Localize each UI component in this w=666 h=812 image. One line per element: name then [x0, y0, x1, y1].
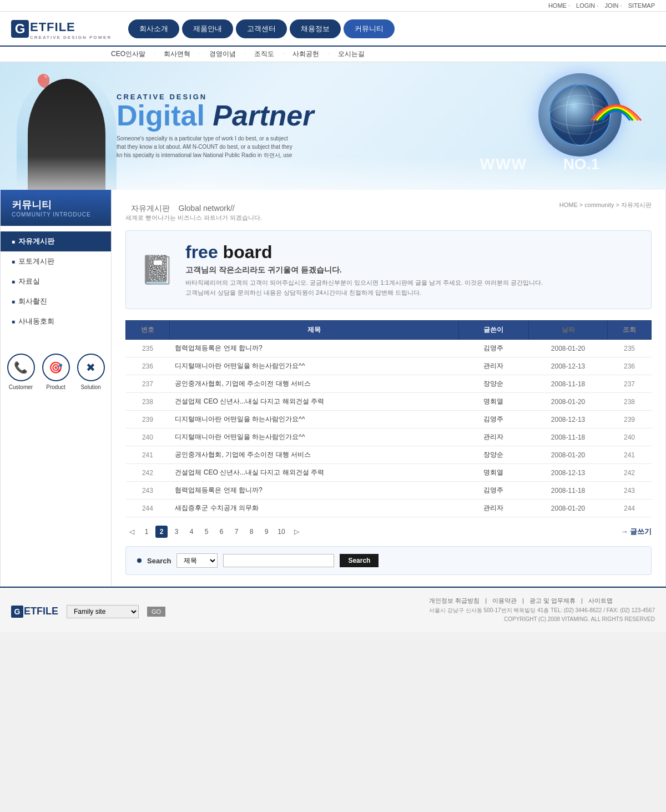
- table-row[interactable]: 244 새집증후군 수치공개 의무화 관리자 2008-01-20 244: [126, 500, 652, 517]
- sidebar-item-label: 포토게시판: [18, 256, 54, 266]
- cell-title[interactable]: 디지털매니아란 어떤일을 하는사람인가요^^: [169, 428, 458, 446]
- sidebar-title: 커뮤니티 COMMUNITY INTRODUCE: [1, 190, 111, 226]
- sidebar-item-library[interactable]: ■ 자료실: [1, 271, 111, 291]
- hero-desc: Someone's specialty is a particular type…: [117, 134, 294, 159]
- cell-num: 243: [126, 482, 170, 500]
- sidebar-item-photoboard[interactable]: ■ 포토게시판: [1, 251, 111, 271]
- customer-label: Customer: [6, 384, 36, 390]
- page-4[interactable]: 4: [185, 526, 198, 538]
- bullet-icon: ■: [12, 239, 15, 245]
- prev-page[interactable]: ◁: [125, 526, 138, 538]
- cell-title[interactable]: 공인중개사협회, 기업에 주소이전 대행 서비스: [169, 375, 458, 393]
- footer-address: 서울시 강남구 신사동 500-17번지 백옥빌딩 41층 TEL: (02) …: [429, 606, 655, 615]
- logo-g: G: [11, 20, 29, 38]
- footer-link-sitemap[interactable]: 사이트맵: [588, 596, 613, 606]
- cell-num: 236: [126, 357, 170, 375]
- table-row[interactable]: 236 디지털매니아란 어떤일을 하는사람인가요^^ 관리자 2008-12-1…: [126, 357, 652, 375]
- nav-item-product[interactable]: 제품안내: [182, 19, 233, 38]
- page-10[interactable]: 10: [275, 526, 287, 538]
- hero-title-bold: Partner: [213, 99, 314, 132]
- cell-title[interactable]: 협력업체등록은 언제 합니까?: [169, 482, 458, 500]
- sidebar-item-company-photo[interactable]: ■ 회사촬진: [1, 291, 111, 311]
- cell-title[interactable]: 공인중개사협회, 기업에 주소이전 대행 서비스: [169, 446, 458, 464]
- page-6[interactable]: 6: [215, 526, 228, 538]
- subnav-ceo[interactable]: CEO인사말: [111, 49, 145, 59]
- nav-join[interactable]: JOIN: [604, 2, 618, 9]
- subnav-location[interactable]: 오시는길: [338, 49, 365, 59]
- cell-title[interactable]: 건설업체 CEO 신년사...내실 다지고 해외건설 주력: [169, 464, 458, 482]
- nav-item-customer[interactable]: 고객센터: [236, 19, 287, 38]
- nav-item-recruit[interactable]: 채용정보: [290, 19, 341, 38]
- page-5[interactable]: 5: [200, 526, 213, 538]
- cell-title[interactable]: 협력업체등록은 언제 합니까?: [169, 340, 458, 357]
- table-row[interactable]: 243 협력업체등록은 언제 합니까? 김영주 2008-11-18 243: [126, 482, 652, 500]
- write-button[interactable]: → 글쓰기: [620, 527, 652, 537]
- cell-title[interactable]: 건설업체 CEO 신년사...내실 다지고 해외건설 주력: [169, 393, 458, 411]
- page-title-area: 자유게시판 Global network// 세계로 뻗어나가는 비즈니스 파트…: [125, 201, 262, 222]
- main-nav: 회사소개 제품안내 고객센터 채용정보 커뮤니티: [128, 19, 655, 38]
- page-9[interactable]: 9: [260, 526, 273, 538]
- next-page[interactable]: ▷: [290, 526, 302, 538]
- th-views: 조회: [608, 321, 652, 340]
- family-site-select[interactable]: Family site: [67, 605, 139, 618]
- breadcrumb: HOME > community > 자유게시판: [559, 201, 652, 209]
- cell-date: 2008-11-18: [529, 482, 608, 500]
- nav-item-community[interactable]: 커뮤니티: [344, 19, 395, 38]
- subnav-social[interactable]: 사회공헌: [292, 49, 319, 59]
- cell-title[interactable]: 디지털매니아란 어떤일을 하는사람인가요^^: [169, 411, 458, 428]
- solution-icon-btn[interactable]: ✖ Solution: [76, 354, 105, 390]
- cell-date: 2008-12-13: [529, 357, 608, 375]
- table-row[interactable]: 235 협력업체등록은 언제 합니까? 김영주 2008-01-20 235: [126, 340, 652, 357]
- search-button[interactable]: Search: [340, 554, 379, 567]
- hero-content: CREATIVE DESIGN Digital Partner Someone'…: [117, 93, 314, 159]
- product-icon-btn[interactable]: 🎯 Product: [41, 354, 70, 390]
- cell-title[interactable]: 새집증후군 수치공개 의무화: [169, 500, 458, 517]
- table-row[interactable]: 238 건설업체 CEO 신년사...내실 다지고 해외건설 주력 명회열 20…: [126, 393, 652, 411]
- footer-link-terms[interactable]: 이용약관: [492, 596, 517, 606]
- hero-title-normal: Digital: [117, 99, 213, 132]
- subnav-org[interactable]: 조직도: [254, 49, 274, 59]
- cell-views: 244: [608, 500, 652, 517]
- cell-title[interactable]: 디지털매니아란 어떤일을 하는사람인가요^^: [169, 357, 458, 375]
- table-row[interactable]: 240 디지털매니아란 어떤일을 하는사람인가요^^ 관리자 2008-11-1…: [126, 428, 652, 446]
- footer-left: G ETFILE Family site GO: [11, 605, 165, 618]
- footer-info: 개인정보 취급방침 | 이용약관 | 광고 및 업무제휴 | 사이트맵 서울시 …: [429, 596, 655, 624]
- page-title: 자유게시판 Global network//: [125, 201, 262, 214]
- table-row[interactable]: 242 건설업체 CEO 신년사...내실 다지고 해외건설 주력 명회열 20…: [126, 464, 652, 482]
- table-row[interactable]: 237 공인중개사협회, 기업에 주소이전 대행 서비스 장양순 2008-11…: [126, 375, 652, 393]
- page-2[interactable]: 2: [155, 526, 168, 538]
- sidebar-item-label: 사내동호회: [18, 316, 54, 326]
- nav-login[interactable]: LOGIN: [576, 2, 595, 9]
- nav-item-company[interactable]: 회사소개: [128, 19, 179, 38]
- sidebar-item-club[interactable]: ■ 사내동호회: [1, 311, 111, 331]
- page-3[interactable]: 3: [170, 526, 183, 538]
- logo: G ETFILE CREATIVE DESIGN POWER: [11, 17, 112, 40]
- top-nav: HOME · LOGIN · JOIN · SITEMAP: [0, 0, 666, 12]
- bullet-icon: ■: [12, 259, 15, 265]
- go-button[interactable]: GO: [147, 607, 165, 617]
- footer-link-privacy[interactable]: 개인정보 취급방침: [429, 596, 480, 606]
- cell-author: 장양순: [458, 375, 528, 393]
- nav-sitemap[interactable]: SITEMAP: [628, 2, 655, 9]
- footer-link-ad[interactable]: 광고 및 업무제휴: [529, 596, 576, 606]
- customer-icon-btn[interactable]: 📞 Customer: [6, 354, 36, 390]
- cell-date: 2008-12-13: [529, 411, 608, 428]
- sidebar-item-freeboard[interactable]: ■ 자유게시판: [1, 231, 111, 251]
- subnav-philosophy[interactable]: 경영이념: [209, 49, 236, 59]
- footer-logo-g: G: [11, 606, 23, 618]
- subnav-history[interactable]: 회사면혁: [164, 49, 190, 59]
- notebook-icon: 📓: [140, 254, 174, 286]
- search-input[interactable]: [223, 554, 334, 567]
- clouds: [17, 157, 666, 190]
- nav-home[interactable]: HOME: [548, 2, 567, 9]
- search-dot-icon: [137, 558, 142, 563]
- page-1[interactable]: 1: [140, 526, 153, 538]
- hero-title: Digital Partner: [117, 101, 314, 130]
- page-8[interactable]: 8: [245, 526, 258, 538]
- table-row[interactable]: 239 디지털매니아란 어떤일을 하는사람인가요^^ 김영주 2008-12-1…: [126, 411, 652, 428]
- search-select[interactable]: 제목 내용 글쓴이: [176, 553, 218, 568]
- cell-date: 2008-01-20: [529, 446, 608, 464]
- table-row[interactable]: 241 공인중개사협회, 기업에 주소이전 대행 서비스 장양순 2008-01…: [126, 446, 652, 464]
- cell-author: 관리자: [458, 500, 528, 517]
- page-7[interactable]: 7: [230, 526, 243, 538]
